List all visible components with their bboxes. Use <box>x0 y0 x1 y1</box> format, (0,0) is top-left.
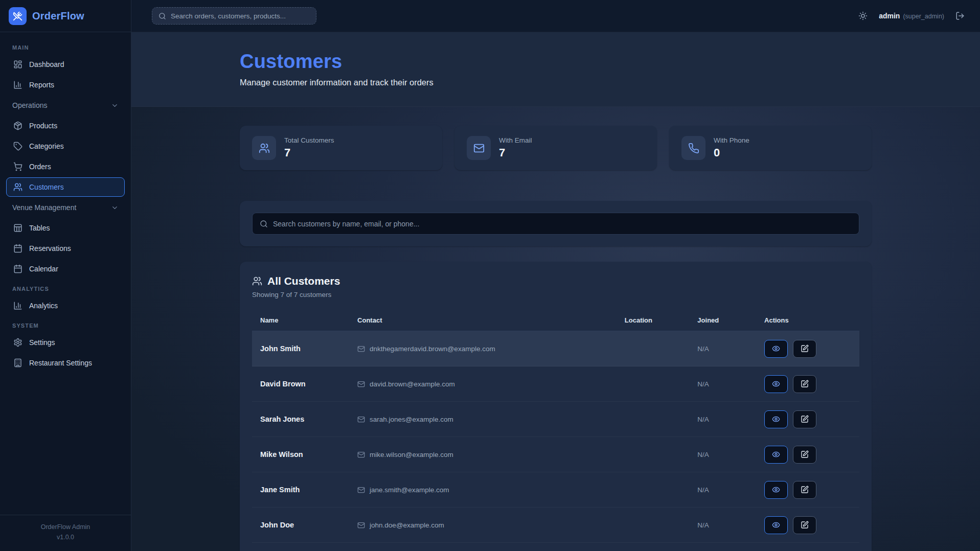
eye-icon <box>772 450 780 458</box>
sidebar-item-label: Analytics <box>29 302 58 310</box>
sidebar-item-orders[interactable]: Orders <box>6 157 125 176</box>
users-icon <box>252 136 276 160</box>
table-row: John Smith dnkthegamerdavid.brown@exampl… <box>252 331 859 366</box>
theme-toggle-button[interactable] <box>857 10 869 21</box>
table-title: All Customers <box>267 275 340 287</box>
sidebar-item-reservations[interactable]: Reservations <box>6 239 125 258</box>
edit-icon <box>801 345 809 353</box>
topbar: admin (super_admin) <box>131 0 980 32</box>
sidebar-item-dashboard[interactable]: Dashboard <box>6 55 125 74</box>
utensils-crossed-icon <box>13 11 22 21</box>
customer-joined: N/A <box>697 521 709 529</box>
bar-chart-icon <box>13 301 22 310</box>
sidebar-item-customers[interactable]: Customers <box>6 177 125 197</box>
sidebar-item-restaurant-settings[interactable]: Restaurant Settings <box>6 353 125 373</box>
customer-name: Sarah Jones <box>260 415 304 423</box>
sun-icon <box>858 11 868 20</box>
customers-table: Name Contact Location Joined Actions Joh… <box>252 310 859 551</box>
customer-search-input[interactable] <box>273 220 852 228</box>
mail-icon <box>467 136 491 160</box>
app-logo[interactable] <box>9 7 27 25</box>
customer-email: john.doe@example.com <box>370 521 444 529</box>
sidebar-item-products[interactable]: Products <box>6 116 125 135</box>
building-icon <box>13 358 22 368</box>
sidebar-item-calendar[interactable]: Calendar <box>6 259 125 279</box>
mail-icon <box>357 416 365 423</box>
sidebar-item-label: Customers <box>29 183 64 191</box>
sidebar-item-label: Categories <box>29 142 64 150</box>
sidebar-item-label: Reports <box>29 81 54 89</box>
view-customer-button[interactable] <box>764 481 788 499</box>
view-customer-button[interactable] <box>764 410 788 428</box>
table-row: John Doe john.doe@example.com N/A <box>252 508 859 543</box>
edit-icon <box>801 486 809 494</box>
customer-email: jane.smith@example.com <box>370 486 449 494</box>
sidebar-item-reports[interactable]: Reports <box>6 75 125 95</box>
customers-table-card: All Customers Showing 7 of 7 customers N… <box>240 262 872 551</box>
customer-name: Jane Smith <box>260 486 300 494</box>
edit-customer-button[interactable] <box>793 375 816 393</box>
user-role: (super_admin) <box>903 13 944 20</box>
phone-icon <box>681 136 705 160</box>
stat-label: With Email <box>499 136 532 144</box>
view-customer-button[interactable] <box>764 516 788 534</box>
eye-icon <box>772 415 780 423</box>
edit-customer-button[interactable] <box>793 481 816 499</box>
main-area: admin (super_admin) Customers Manage cus… <box>131 0 980 551</box>
brand-header: OrderFlow <box>0 0 131 32</box>
stat-value: 7 <box>284 146 334 159</box>
view-customer-button[interactable] <box>764 375 788 393</box>
customer-joined: N/A <box>697 380 709 388</box>
edit-customer-button[interactable] <box>793 340 816 358</box>
customer-email: sarah.jones@example.com <box>370 416 453 423</box>
calendar-icon <box>13 264 22 273</box>
stat-card-with-email: With Email 7 <box>454 126 657 170</box>
dashboard-icon <box>13 60 22 69</box>
column-header-name: Name <box>252 310 349 331</box>
edit-customer-button[interactable] <box>793 410 816 428</box>
customer-search-card <box>240 201 872 246</box>
view-customer-button[interactable] <box>764 340 788 358</box>
mail-icon <box>357 380 365 388</box>
table-row: Jane Smith jane.smith@example.com N/A <box>252 472 859 508</box>
edit-icon <box>801 380 809 388</box>
view-customer-button[interactable] <box>764 446 788 464</box>
stat-value: 7 <box>499 146 532 159</box>
mail-icon <box>357 451 365 458</box>
global-search[interactable] <box>152 7 316 25</box>
edit-customer-button[interactable] <box>793 446 816 464</box>
customer-name: David Brown <box>260 380 306 388</box>
sidebar-item-label: Settings <box>29 338 55 347</box>
sidebar-item-settings[interactable]: Settings <box>6 333 125 352</box>
table-row: Mike Wilson mike.wilson@example.com N/A <box>252 437 859 472</box>
customer-search[interactable] <box>252 213 859 235</box>
users-icon <box>252 276 262 286</box>
stat-card-total-customers: Total Customers 7 <box>240 126 442 170</box>
stat-value: 0 <box>714 146 749 159</box>
shopping-cart-icon <box>13 162 22 171</box>
table-row: Juan Pérez juan@example.com N/A <box>252 543 859 551</box>
global-search-input[interactable] <box>171 12 310 20</box>
table-header-row: Name Contact Location Joined Actions <box>252 310 859 331</box>
nav-section-main: MAIN <box>6 38 125 54</box>
nav-group-operations[interactable]: Operations <box>6 96 125 115</box>
sidebar-footer: OrderFlow Admin v1.0.0 <box>0 515 131 551</box>
edit-customer-button[interactable] <box>793 516 816 534</box>
sidebar-item-tables[interactable]: Tables <box>6 218 125 238</box>
logout-button[interactable] <box>954 10 966 21</box>
nav-group-label: Venue Management <box>12 203 76 212</box>
stat-card-with-phone: With Phone 0 <box>669 126 872 170</box>
customer-email: dnkthegamerdavid.brown@example.com <box>370 345 495 353</box>
sidebar-item-analytics[interactable]: Analytics <box>6 296 125 315</box>
page-content: Total Customers 7 With Email 7 With Phon… <box>131 107 980 551</box>
brand-name: OrderFlow <box>32 10 84 22</box>
search-icon <box>158 12 166 20</box>
bar-chart-icon <box>13 80 22 89</box>
topbar-right: admin (super_admin) <box>857 10 966 21</box>
nav-section-analytics: ANALYTICS <box>6 280 125 295</box>
sidebar-item-categories[interactable]: Categories <box>6 136 125 156</box>
nav-group-venue-management[interactable]: Venue Management <box>6 198 125 217</box>
calendar-icon <box>13 244 22 253</box>
logout-icon <box>955 11 965 20</box>
stat-label: Total Customers <box>284 136 334 144</box>
